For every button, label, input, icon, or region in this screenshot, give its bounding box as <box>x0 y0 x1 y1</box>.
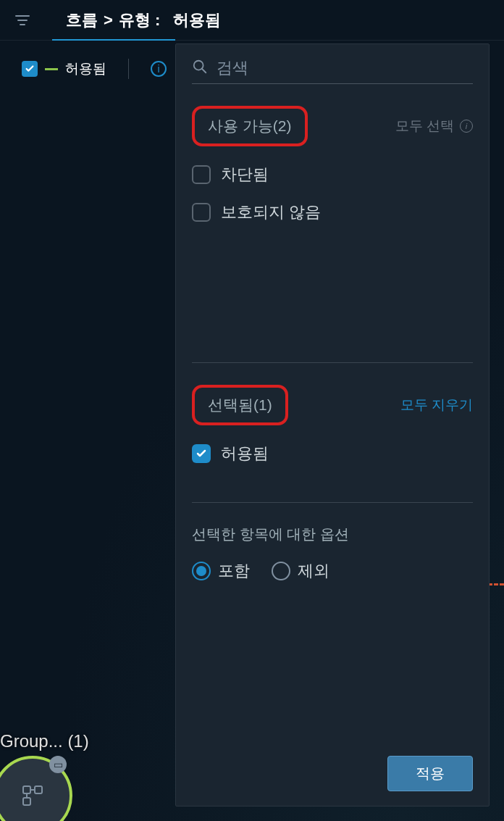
selected-options-title: 선택한 항목에 대한 옵션 <box>192 525 473 544</box>
option-label: 허용됨 <box>221 443 269 464</box>
select-all-action[interactable]: 모두 선택 i <box>395 117 473 136</box>
radio-unselected[interactable] <box>272 562 290 580</box>
svg-rect-1 <box>35 786 42 793</box>
search-row <box>192 59 473 84</box>
radio-label: 포함 <box>218 560 250 582</box>
info-icon[interactable]: i <box>151 61 167 77</box>
radio-exclude[interactable]: 제외 <box>272 560 329 582</box>
checkbox-checked[interactable] <box>192 444 211 463</box>
available-header: 사용 가능(2) 모두 선택 i <box>192 106 473 146</box>
divider <box>192 362 473 363</box>
breadcrumb-flow: 흐름 <box>66 9 98 31</box>
radio-group-include-exclude: 포함 제외 <box>192 560 473 582</box>
checkbox-unchecked[interactable] <box>192 203 211 222</box>
search-input[interactable] <box>217 59 473 78</box>
breadcrumb[interactable]: 흐름 > 유형 : 허용됨 <box>45 9 221 31</box>
checkbox-unchecked[interactable] <box>192 165 211 184</box>
apply-button[interactable]: 적용 <box>387 756 473 791</box>
svg-rect-0 <box>23 786 30 793</box>
svg-rect-2 <box>23 798 30 805</box>
chip-label: 허용됨 <box>65 59 106 78</box>
clear-all-label: 모두 지우기 <box>400 396 473 414</box>
breadcrumb-value: 허용됨 <box>173 9 221 31</box>
node-badge-icon: ▭ <box>49 756 67 773</box>
clear-all-action[interactable]: 모두 지우기 <box>400 396 473 414</box>
svg-line-6 <box>202 69 206 73</box>
radio-include[interactable]: 포함 <box>192 560 250 582</box>
selected-option-allowed[interactable]: 허용됨 <box>192 443 473 464</box>
info-icon[interactable]: i <box>460 120 473 133</box>
apply-row: 적용 <box>192 756 473 791</box>
available-count-label: 사용 가능(2) <box>192 106 308 146</box>
node-group-icon <box>20 783 45 808</box>
graph-group-label: Group... (1) <box>0 731 89 751</box>
radio-label: 제외 <box>298 560 329 582</box>
option-label: 차단됨 <box>221 164 269 186</box>
option-blocked[interactable]: 차단됨 <box>192 164 473 186</box>
top-bar: 흐름 > 유형 : 허용됨 <box>0 0 504 41</box>
breadcrumb-underline <box>52 39 175 41</box>
radio-selected[interactable] <box>192 562 211 580</box>
graph-node[interactable]: ▭ <box>0 756 72 821</box>
select-all-label: 모두 선택 <box>395 117 454 136</box>
filter-icon[interactable] <box>14 14 30 27</box>
chip-color-indicator <box>45 68 58 70</box>
selected-header: 선택됨(1) 모두 지우기 <box>192 385 473 425</box>
chip-checkbox[interactable] <box>22 61 38 77</box>
option-unprotected[interactable]: 보호되지 않음 <box>192 201 473 223</box>
divider <box>192 502 473 503</box>
search-icon <box>192 59 208 78</box>
breadcrumb-type-label: 유형 : <box>119 9 160 31</box>
option-label: 보호되지 않음 <box>221 201 321 223</box>
breadcrumb-separator: > <box>104 11 113 30</box>
filter-chip-allowed[interactable]: 허용됨 <box>22 59 106 78</box>
filter-dropdown-panel: 사용 가능(2) 모두 선택 i 차단됨 보호되지 않음 선택됨(1) 모두 지… <box>175 43 490 807</box>
chip-divider <box>128 59 129 79</box>
selected-count-label: 선택됨(1) <box>192 385 288 425</box>
